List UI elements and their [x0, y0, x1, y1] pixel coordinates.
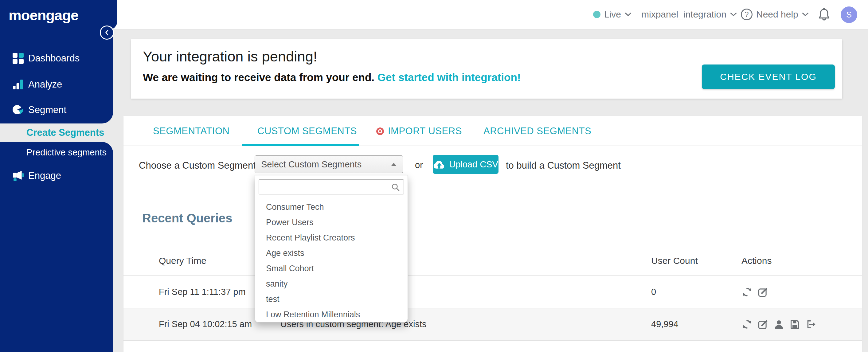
question-circle-icon: ? [741, 9, 752, 20]
dropdown-option[interactable]: Consumer Tech [255, 199, 408, 215]
check-event-log-button[interactable]: CHECK EVENT LOG [702, 64, 835, 89]
actions-cell [741, 319, 816, 330]
table-row: Fri Sep 11 1:11:37 pm 0 [123, 276, 862, 309]
sidebar-collapse-button[interactable] [100, 26, 114, 40]
sidebar-item-analyze[interactable]: Analyze [12, 76, 62, 92]
notifications-button[interactable] [818, 0, 831, 29]
chooser-label: Choose a Custom Segment: [139, 160, 258, 171]
user-avatar[interactable]: S [841, 6, 857, 23]
workspace-label: mixpanel_integration [641, 9, 726, 20]
chooser-suffix-text: to build a Custom Segment [506, 160, 621, 171]
dropdown-options-list: Consumer Tech Power Users Recent Playlis… [255, 199, 408, 322]
sidebar-item-segment[interactable]: Segment [12, 102, 66, 118]
user-count-cell: 49,994 [651, 319, 741, 329]
custom-segments-select[interactable]: Select Custom Segments [255, 155, 403, 173]
sidebar-item-dashboards[interactable]: Dashboards [12, 51, 80, 66]
recent-queries-heading: Recent Queries [142, 211, 862, 225]
dropdown-option[interactable]: sanity [255, 276, 408, 291]
save-icon[interactable] [789, 319, 800, 330]
tab-import-users[interactable]: IMPORT USERS [376, 116, 462, 146]
megaphone-icon [12, 170, 24, 182]
help-menu[interactable]: ? Need help [741, 0, 809, 29]
dropdown-option[interactable]: Low Retention Millennials [255, 307, 408, 322]
moengage-logo[interactable]: moengage [9, 7, 78, 24]
user-icon[interactable] [773, 319, 784, 330]
banner-subtitle: We are waiting to receive data from your… [143, 71, 521, 84]
dropdown-option[interactable]: Age exists [255, 246, 408, 261]
sidebar-item-engage[interactable]: Engage [12, 168, 61, 184]
top-bar: Live mixpanel_integration ? Need help S [0, 0, 868, 30]
edit-icon[interactable] [757, 319, 769, 330]
bell-icon [818, 7, 831, 22]
help-label: Need help [756, 9, 798, 20]
chevron-down-icon [730, 12, 737, 17]
cloud-upload-icon [433, 160, 445, 169]
chevron-down-icon [802, 12, 809, 17]
caret-up-icon [391, 163, 397, 166]
actions-cell [741, 287, 769, 298]
or-text: or [415, 160, 423, 170]
dropdown-option[interactable]: Recent Playlist Creators [255, 230, 408, 246]
live-status-dot-icon [593, 11, 600, 18]
record-dot-icon [376, 127, 384, 135]
banner-title: Your integration is pending! [143, 48, 317, 65]
refresh-icon[interactable] [741, 319, 752, 330]
refresh-icon[interactable] [741, 287, 752, 298]
bar-chart-icon [12, 78, 24, 90]
search-icon [391, 183, 400, 192]
user-count-cell: 0 [651, 287, 741, 297]
sidebar-item-predictive-segments[interactable]: Predictive segments [26, 145, 106, 160]
sidebar-item-create-segments[interactable]: Create Segments [12, 124, 113, 142]
tab-archived-segments[interactable]: ARCHIVED SEGMENTS [484, 116, 591, 146]
workspace-switcher[interactable]: mixpanel_integration [641, 0, 737, 29]
logo-block: moengage [0, 0, 117, 30]
upload-csv-button[interactable]: Upload CSV [433, 155, 498, 174]
table-row: Fri Sep 04 10:02:15 am Users in custom s… [123, 309, 862, 341]
export-icon[interactable] [805, 319, 816, 330]
pie-chart-icon [12, 104, 24, 116]
get-started-link[interactable]: Get started with integration! [377, 71, 521, 83]
table-header-row: Query Time User Count Actions [123, 235, 862, 276]
environment-switcher[interactable]: Live [593, 0, 631, 29]
grid-icon [12, 53, 24, 64]
segment-search-input[interactable] [259, 180, 404, 194]
environment-label: Live [604, 9, 621, 20]
tab-segmentation[interactable]: SEGMENTATION [153, 116, 229, 146]
active-tab-underline [242, 144, 359, 146]
chevron-down-icon [625, 12, 631, 17]
custom-segments-dropdown: Consumer Tech Power Users Recent Playlis… [255, 175, 408, 322]
integration-pending-banner: Your integration is pending! We are wait… [131, 39, 842, 99]
segments-card: SEGMENTATION CUSTOM SEGMENTS IMPORT USER… [123, 116, 862, 352]
edit-icon[interactable] [757, 287, 769, 298]
column-header-actions: Actions [741, 256, 772, 266]
chevron-left-icon [104, 29, 110, 36]
dropdown-option[interactable]: test [255, 291, 408, 307]
dropdown-option[interactable]: Power Users [255, 215, 408, 230]
segment-chooser-row: Choose a Custom Segment: Select Custom S… [123, 146, 862, 192]
column-header-user-count: User Count [651, 256, 741, 266]
tab-custom-segments[interactable]: CUSTOM SEGMENTS [257, 116, 357, 146]
dropdown-option[interactable]: Small Cohort [255, 261, 408, 276]
tab-bar: SEGMENTATION CUSTOM SEGMENTS IMPORT USER… [123, 116, 862, 146]
